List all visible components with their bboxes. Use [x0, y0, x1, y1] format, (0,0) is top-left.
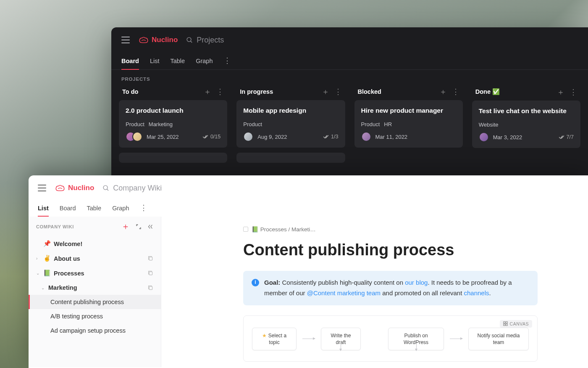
tab-board[interactable]: Board: [60, 201, 76, 217]
tree-item-marketing[interactable]: ⌄ Marketing: [29, 281, 161, 295]
search-icon: [102, 185, 110, 192]
sidebar-title: COMPANY WIKI: [36, 224, 74, 229]
kanban-card[interactable]: Hire new product manager Product HR Mar …: [354, 100, 463, 148]
svg-rect-7: [503, 322, 505, 323]
tree-item-welcome[interactable]: 📌 Welcome!: [29, 236, 161, 251]
card-progress: 0/15: [202, 134, 220, 140]
search-field[interactable]: Projects: [186, 36, 224, 45]
view-tabs: List Board Table Graph ⋮: [29, 201, 588, 217]
collapse-sidebar-icon[interactable]: [147, 224, 153, 230]
tab-table[interactable]: Table: [170, 53, 185, 69]
card-date: Mar 25, 2022: [147, 134, 179, 140]
svg-rect-10: [506, 324, 507, 326]
wiki-window: Nuclino Company Wiki List Board Table Gr…: [29, 175, 588, 368]
svg-rect-6: [149, 286, 152, 289]
card-tag: HR: [384, 121, 392, 127]
copy-icon[interactable]: [148, 270, 153, 276]
tab-table[interactable]: Table: [87, 201, 101, 217]
mention-content-team[interactable]: @Content marketing team: [307, 289, 381, 297]
column-in-progress: In progress ＋⋮ Mobile app redesign Produ…: [236, 86, 345, 163]
avatar: [479, 132, 489, 142]
hamburger-icon[interactable]: [121, 37, 130, 43]
pin-icon: 📌: [43, 240, 51, 247]
canvas-embed[interactable]: CANVAS ★Select a topic Write the draft P…: [243, 315, 538, 362]
svg-line-1: [191, 41, 192, 42]
flow-node[interactable]: ★Select a topic: [252, 328, 297, 350]
card-progress: 1/3: [323, 134, 338, 140]
tree-item-ab-testing[interactable]: A/B testing process: [29, 309, 161, 323]
tab-board[interactable]: Board: [121, 53, 139, 69]
tree-item-about[interactable]: ›✌️ About us: [29, 251, 161, 266]
card-tag: Website: [479, 122, 499, 128]
kanban-board: To do ＋⋮ 2.0 product launch Product Mark…: [111, 86, 588, 163]
search-placeholder: Projects: [197, 36, 224, 45]
view-tabs: Board List Table Graph ⋮: [111, 53, 588, 70]
arrow-right-icon: [450, 339, 462, 339]
arrow-right-icon: [302, 339, 315, 339]
flow-node[interactable]: Write the draft: [321, 328, 361, 350]
expand-icon[interactable]: [136, 224, 142, 230]
copy-icon[interactable]: [148, 256, 153, 261]
kanban-card-stub[interactable]: [236, 153, 345, 163]
chevron-right-icon[interactable]: ›: [36, 256, 40, 261]
callout-body[interactable]: Goal: Consistently publish high-quality …: [264, 278, 529, 299]
chevron-down-icon[interactable]: ⌄: [41, 286, 45, 290]
link-channels[interactable]: channels: [464, 289, 489, 297]
tab-graph[interactable]: Graph: [196, 53, 213, 69]
light-header: Nuclino Company Wiki: [29, 175, 588, 201]
column-title: Done ✅: [475, 88, 500, 95]
kanban-card[interactable]: Mobile app redesign Product Aug 9, 2022 …: [236, 100, 345, 148]
card-title: Hire new product manager: [361, 107, 456, 114]
check-icon: [323, 135, 329, 139]
assignee-avatars: [479, 132, 489, 142]
nuclino-logo[interactable]: Nuclino: [55, 184, 94, 192]
column-menu-icon[interactable]: ⋮: [334, 89, 342, 95]
tab-more-icon[interactable]: ⋮: [223, 53, 231, 69]
tab-more-icon[interactable]: ⋮: [140, 201, 147, 217]
tree-item-ad-campaign[interactable]: Ad campaign setup process: [29, 323, 161, 338]
check-icon: [202, 135, 208, 139]
add-page-icon[interactable]: ＋: [121, 221, 130, 232]
card-date: Mar 11, 2022: [375, 134, 408, 140]
add-card-icon[interactable]: ＋: [322, 89, 329, 95]
card-title: Test live chat on the website: [479, 107, 574, 115]
check-icon: [559, 135, 564, 139]
card-title: 2.0 product launch: [126, 107, 220, 114]
link-our-blog[interactable]: our blog: [405, 279, 428, 286]
add-card-icon[interactable]: ＋: [557, 89, 564, 95]
kanban-card[interactable]: 2.0 product launch Product Marketing Mar…: [119, 100, 227, 148]
card-progress: 7/7: [559, 134, 574, 140]
breadcrumb[interactable]: 📗 Processes / Marketi…: [161, 226, 588, 238]
column-menu-icon[interactable]: ⋮: [570, 89, 577, 95]
hamburger-icon[interactable]: [38, 185, 46, 191]
tree-item-processes[interactable]: ⌄📗 Processes: [29, 266, 161, 281]
copy-icon[interactable]: [148, 285, 153, 291]
column-menu-icon[interactable]: ⋮: [216, 89, 224, 95]
card-tag: Product: [243, 121, 262, 127]
column-done: Done ✅ ＋⋮ Test live chat on the website …: [472, 86, 580, 163]
card-tag: Product: [361, 121, 380, 127]
column-menu-icon[interactable]: ⋮: [452, 89, 459, 95]
flow-node[interactable]: Publish on WordPress: [388, 328, 444, 350]
add-card-icon[interactable]: ＋: [204, 89, 211, 95]
flow-node[interactable]: Notify social media team: [468, 328, 529, 350]
nuclino-logo[interactable]: Nuclino: [138, 36, 178, 44]
svg-rect-5: [149, 272, 152, 275]
card-tag: Product: [126, 121, 144, 127]
kanban-card[interactable]: Test live chat on the website Website Ma…: [472, 101, 580, 148]
tab-list[interactable]: List: [150, 53, 160, 69]
svg-point-0: [187, 37, 191, 42]
chevron-down-icon[interactable]: ⌄: [36, 271, 40, 275]
svg-rect-9: [503, 324, 505, 326]
tab-list[interactable]: List: [38, 201, 49, 217]
checkbox-icon[interactable]: [243, 227, 248, 232]
tree-item-content-publishing[interactable]: Content publishing process: [29, 295, 161, 309]
canvas-badge: CANVAS: [500, 320, 532, 328]
search-field[interactable]: Company Wiki: [102, 184, 162, 193]
sidebar: COMPANY WIKI ＋ 📌 Welcome! ›✌️ About us: [29, 217, 161, 367]
page-title[interactable]: Content publishing process: [161, 238, 588, 271]
tab-graph[interactable]: Graph: [112, 201, 129, 217]
kanban-card-stub[interactable]: [119, 153, 227, 163]
add-card-icon[interactable]: ＋: [439, 89, 447, 95]
card-date: Mar 3, 2022: [493, 134, 522, 140]
